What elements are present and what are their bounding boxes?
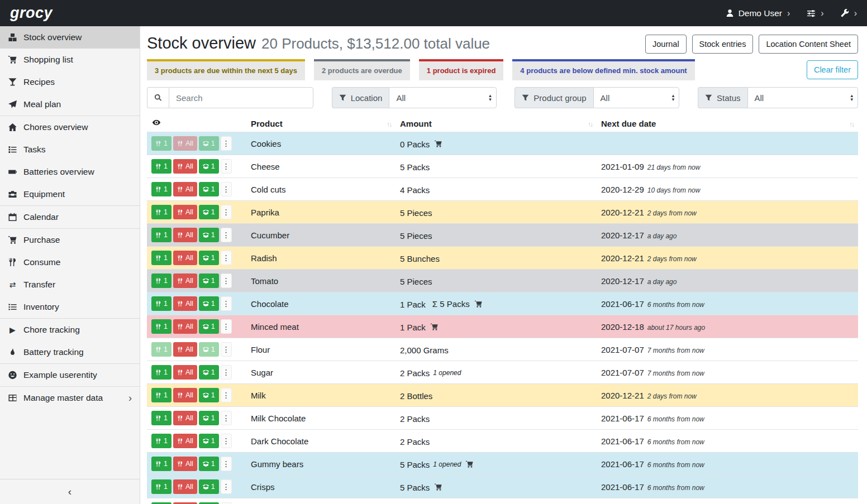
open-one-button[interactable]: 1: [199, 296, 219, 311]
sidebar-item-batteries-overview[interactable]: Batteries overview: [0, 161, 140, 183]
consume-all-button[interactable]: All: [173, 228, 197, 242]
column-header-next-due-date[interactable]: Next due date ↑↓: [597, 115, 858, 132]
consume-all-button[interactable]: All: [173, 251, 197, 265]
sidebar-item-meal-plan[interactable]: Meal plan: [0, 93, 140, 116]
consume-all-button[interactable]: All: [173, 434, 197, 448]
sidebar-item-battery-tracking[interactable]: Battery tracking: [0, 341, 140, 363]
location-select[interactable]: All ▴▾: [389, 87, 496, 108]
column-header-visibility[interactable]: [147, 115, 246, 132]
consume-one-button[interactable]: 1: [151, 388, 172, 402]
consume-all-button[interactable]: All: [173, 365, 197, 380]
stock-entries-button[interactable]: Stock entries: [692, 35, 754, 54]
consume-one-button[interactable]: 1: [151, 479, 172, 494]
user-menu[interactable]: Demo User ›: [726, 8, 790, 18]
consume-one-button[interactable]: 1: [151, 319, 172, 334]
consume-all-button[interactable]: All: [173, 457, 197, 471]
clear-filter-button[interactable]: Clear filter: [807, 60, 858, 79]
open-one-button[interactable]: 1: [199, 182, 219, 196]
sidebar-item-inventory[interactable]: Inventory: [0, 296, 140, 318]
open-one-button[interactable]: 1: [199, 479, 219, 494]
consume-one-button[interactable]: 1: [151, 434, 172, 448]
row-menu-button[interactable]: ⋮: [221, 388, 232, 402]
sort-icon[interactable]: ↑↓: [849, 121, 854, 128]
sidebar-item-example-userentity[interactable]: Example userentity: [0, 364, 140, 386]
sidebar-collapse-button[interactable]: ‹: [0, 479, 140, 504]
sort-icon[interactable]: ↑↓: [588, 121, 592, 128]
sidebar-item-chore-tracking[interactable]: ▶Chore tracking: [0, 319, 140, 341]
consume-one-button[interactable]: 1: [151, 273, 172, 288]
consume-all-button[interactable]: All: [173, 159, 197, 174]
search-input[interactable]: [169, 87, 313, 108]
app-logo[interactable]: grocy: [10, 4, 53, 22]
consume-all-button[interactable]: All: [173, 388, 197, 402]
consume-one-button[interactable]: 1: [151, 342, 172, 357]
open-one-button[interactable]: 1: [199, 457, 219, 471]
row-menu-button[interactable]: ⋮: [221, 434, 232, 448]
consume-one-button[interactable]: 1: [151, 228, 172, 242]
eye-icon[interactable]: [151, 118, 161, 127]
open-one-button[interactable]: 1: [199, 434, 219, 448]
open-one-button[interactable]: 1: [199, 205, 219, 219]
row-menu-button[interactable]: ⋮: [221, 457, 232, 471]
consume-one-button[interactable]: 1: [151, 411, 172, 425]
consume-one-button[interactable]: 1: [151, 182, 172, 196]
sidebar-item-purchase[interactable]: Purchase: [0, 229, 140, 251]
sidebar-item-calendar[interactable]: Calendar: [0, 206, 140, 228]
admin-menu[interactable]: ›: [841, 9, 857, 18]
sidebar-item-tasks[interactable]: Tasks: [0, 138, 140, 161]
sidebar-item-consume[interactable]: Consume: [0, 251, 140, 273]
sort-icon[interactable]: ↑↓: [387, 121, 391, 128]
row-menu-button[interactable]: ⋮: [221, 319, 232, 334]
sidebar-item-shopping-list[interactable]: Shopping list: [0, 49, 140, 71]
row-menu-button[interactable]: ⋮: [221, 411, 232, 425]
consume-all-button[interactable]: All: [173, 479, 197, 494]
filter-chip-overdue[interactable]: 2 products are overdue: [314, 59, 410, 80]
sidebar-item-stock-overview[interactable]: Stock overview: [0, 26, 140, 49]
row-menu-button[interactable]: ⋮: [221, 136, 232, 151]
sidebar-item-equipment[interactable]: Equipment: [0, 183, 140, 205]
row-menu-button[interactable]: ⋮: [221, 365, 232, 380]
consume-one-button[interactable]: 1: [151, 136, 172, 151]
consume-one-button[interactable]: 1: [151, 159, 172, 174]
open-one-button[interactable]: 1: [199, 136, 219, 151]
open-one-button[interactable]: 1: [199, 159, 219, 174]
filter-chip-below-min-stock[interactable]: 4 products are below defined min. stock …: [512, 59, 694, 80]
row-menu-button[interactable]: ⋮: [221, 182, 232, 196]
consume-all-button[interactable]: All: [173, 136, 197, 151]
consume-all-button[interactable]: All: [173, 319, 197, 334]
row-menu-button[interactable]: ⋮: [221, 479, 232, 494]
consume-one-button[interactable]: 1: [151, 365, 172, 380]
consume-one-button[interactable]: 1: [151, 205, 172, 219]
open-one-button[interactable]: 1: [199, 228, 219, 242]
open-one-button[interactable]: 1: [199, 388, 219, 402]
consume-one-button[interactable]: 1: [151, 251, 172, 265]
sidebar-item-chores-overview[interactable]: Chores overview: [0, 116, 140, 138]
consume-all-button[interactable]: All: [173, 273, 197, 288]
filter-chip-expired[interactable]: 1 product is expired: [419, 59, 504, 80]
row-menu-button[interactable]: ⋮: [221, 251, 232, 265]
column-header-amount[interactable]: Amount ↑↓: [396, 115, 597, 132]
consume-all-button[interactable]: All: [173, 182, 197, 196]
open-one-button[interactable]: 1: [199, 342, 219, 357]
sidebar-item-manage-master-data[interactable]: Manage master data›: [0, 387, 140, 409]
filter-chip-due-soon[interactable]: 3 products are due within the next 5 day…: [147, 59, 305, 80]
consume-all-button[interactable]: All: [173, 411, 197, 425]
row-menu-button[interactable]: ⋮: [221, 205, 232, 219]
row-menu-button[interactable]: ⋮: [221, 159, 232, 174]
row-menu-button[interactable]: ⋮: [221, 273, 232, 288]
consume-all-button[interactable]: All: [173, 342, 197, 357]
open-one-button[interactable]: 1: [199, 319, 219, 334]
row-menu-button[interactable]: ⋮: [221, 342, 232, 357]
consume-one-button[interactable]: 1: [151, 296, 172, 311]
consume-all-button[interactable]: All: [173, 296, 197, 311]
row-menu-button[interactable]: ⋮: [221, 296, 232, 311]
settings-menu[interactable]: ›: [807, 9, 823, 18]
open-one-button[interactable]: 1: [199, 273, 219, 288]
consume-one-button[interactable]: 1: [151, 457, 172, 471]
column-header-product[interactable]: Product ↑↓: [246, 115, 396, 132]
open-one-button[interactable]: 1: [199, 251, 219, 265]
sidebar-item-transfer[interactable]: ⇄Transfer: [0, 273, 140, 296]
open-one-button[interactable]: 1: [199, 411, 219, 425]
journal-button[interactable]: Journal: [645, 35, 687, 54]
row-menu-button[interactable]: ⋮: [221, 228, 232, 242]
